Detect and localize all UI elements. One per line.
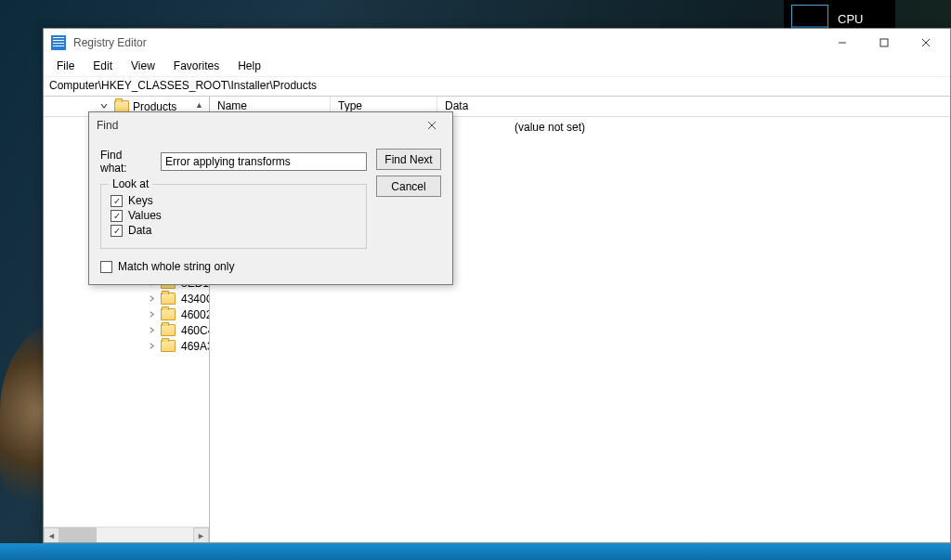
find-titlebar[interactable]: Find [89,112,452,137]
find-close-button[interactable] [419,116,445,135]
look-at-legend: Look at [109,177,152,190]
cpu-label: CPU [838,12,863,26]
scroll-track[interactable] [59,527,193,542]
svg-rect-1 [880,39,888,46]
sort-indicator-icon: ▲ [195,100,203,110]
folder-icon [161,293,176,305]
tree-item[interactable]: 4340C992E4F4F14 [44,291,209,306]
address-bar[interactable]: Computer\HKEY_CLASSES_ROOT\Installer\Pro… [44,77,950,97]
scroll-thumb[interactable] [59,527,97,542]
look-at-group: Look at ✓ Keys ✓ Values ✓ Data [100,184,367,249]
menu-view[interactable]: View [122,57,164,76]
tree-item[interactable]: 469A3A563CD320 [44,338,209,354]
menu-file[interactable]: File [47,57,84,76]
menu-favorites[interactable]: Favorites [164,57,228,76]
keys-label: Keys [128,194,153,207]
menu-edit[interactable]: Edit [84,57,122,76]
column-data[interactable]: Data [437,97,950,116]
find-what-input[interactable] [161,152,367,171]
regedit-icon [51,35,66,50]
chevron-right-icon[interactable] [148,310,157,319]
tree-item-label: 460C46497CAA61 [181,324,209,337]
values-checkbox[interactable]: ✓ [111,210,123,222]
folder-icon [161,324,176,336]
horizontal-scrollbar[interactable]: ◄ ► [44,527,209,542]
keys-checkbox[interactable]: ✓ [111,195,123,207]
match-whole-checkbox[interactable] [100,261,112,273]
scroll-left-button[interactable]: ◄ [44,527,59,542]
tree-item-label: 460021090700000 [181,308,209,321]
chevron-right-icon[interactable] [148,294,157,304]
values-label: Values [128,209,162,222]
find-next-button[interactable]: Find Next [376,149,441,170]
cancel-button[interactable]: Cancel [376,176,441,197]
close-button[interactable] [905,30,946,56]
find-dialog: Find Find what: Find Next Cancel Look at… [88,111,453,285]
scroll-right-button[interactable]: ► [193,527,209,542]
menu-help[interactable]: Help [228,57,270,76]
match-whole-label: Match whole string only [118,260,234,273]
data-checkbox[interactable]: ✓ [111,225,123,237]
taskbar[interactable] [0,543,951,560]
find-title: Find [97,119,419,132]
tree-item[interactable]: 460C46497CAA61 [44,322,209,338]
find-what-label: Find what: [100,149,151,175]
folder-icon [161,308,176,320]
tree-item[interactable]: 460021090700000 [44,306,209,322]
data-label: Data [128,224,151,237]
minimize-button[interactable] [821,30,863,56]
window-title: Registry Editor [73,36,821,49]
registry-editor-window: Registry Editor File Edit View Favorites… [43,28,951,543]
chevron-right-icon[interactable] [148,342,157,351]
tree-item-label: 469A3A563CD320 [181,340,209,353]
value-data-cell: (value not set) [515,121,585,134]
chevron-down-icon[interactable] [99,101,109,111]
maximize-button[interactable] [863,30,905,56]
tree-item-label: 4340C992E4F4F14 [181,293,209,306]
folder-icon [161,340,176,352]
menubar: File Edit View Favorites Help [44,57,950,77]
chevron-right-icon[interactable] [148,326,157,335]
titlebar[interactable]: Registry Editor [44,29,950,57]
